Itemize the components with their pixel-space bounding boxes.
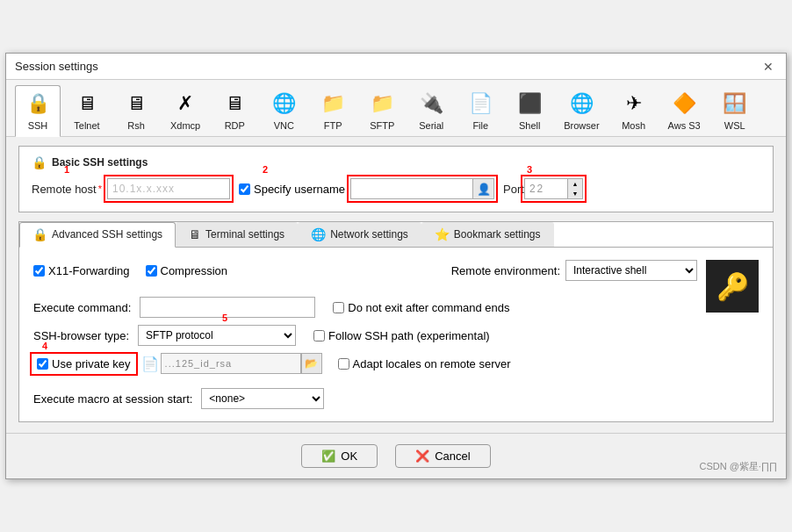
toolbar-item-shell[interactable]: ⬛Shell xyxy=(507,85,552,136)
toolbar-item-ssh[interactable]: 🔒SSH xyxy=(15,85,61,137)
shell-label: Shell xyxy=(519,120,540,131)
ssh-label: SSH xyxy=(28,120,48,131)
browser-icon: 🌐 xyxy=(567,90,595,118)
close-button[interactable]: ✕ xyxy=(760,61,777,73)
toolbar-item-xdmcp[interactable]: ✗Xdmcp xyxy=(162,85,208,136)
tabs-row: 🔒 Advanced SSH settings 🖥 Terminal setti… xyxy=(19,222,773,248)
badge3: 3 xyxy=(527,164,532,175)
use-private-key-checkbox[interactable] xyxy=(37,358,48,370)
mosh-icon: ✈ xyxy=(620,90,648,118)
advanced-tab-icon: 🔒 xyxy=(32,227,47,241)
footer: ✅ OK ❌ Cancel xyxy=(6,433,786,478)
bookmark-tab-icon: ⭐ xyxy=(435,227,450,241)
specify-username-checkbox[interactable] xyxy=(239,183,250,195)
toolbar-item-rsh[interactable]: 🖥Rsh xyxy=(113,85,159,136)
private-key-path-group: 📄 📂 xyxy=(141,353,322,374)
session-settings-window: Session settings ✕ 🔒SSH🖥Telnet🖥Rsh✗Xdmcp… xyxy=(5,53,787,479)
compression-label[interactable]: Compression xyxy=(146,264,228,277)
ssh-icon: 🔒 xyxy=(24,90,52,118)
advanced-ssh-section: 🔒 Advanced SSH settings 🖥 Terminal setti… xyxy=(18,221,774,422)
username-input[interactable] xyxy=(350,178,473,199)
compression-checkbox[interactable] xyxy=(146,265,157,277)
toolbar-item-awss3[interactable]: 🔶Aws S3 xyxy=(660,85,709,136)
adv-row-4: 4 Use private key 📄 📂 xyxy=(33,353,697,374)
adv-left: X11-Forwarding Compression Remote enviro… xyxy=(33,260,697,409)
toolbar-item-wsl[interactable]: 🪟WSL xyxy=(712,85,758,136)
cancel-button[interactable]: ❌ Cancel xyxy=(395,444,490,468)
ftp-label: FTP xyxy=(324,120,342,131)
adv-row-3: SSH-browser type: SFTP protocol SCP prot… xyxy=(33,325,697,346)
remote-environment-select[interactable]: Interactive shell None Custom xyxy=(565,260,697,281)
toolbar: 🔒SSH🖥Telnet🖥Rsh✗Xdmcp🖥RDP🌐VNC📁FTP📁SFTP🔌S… xyxy=(6,80,786,137)
port-group: 3 Port ▲ ▼ xyxy=(503,178,583,199)
toolbar-item-vnc[interactable]: 🌐VNC xyxy=(261,85,306,136)
port-input-wrapper: ▲ ▼ xyxy=(524,178,583,199)
specify-username-checkbox-label[interactable]: Specify username xyxy=(239,183,345,196)
port-up-btn[interactable]: ▲ xyxy=(568,179,582,189)
follow-ssh-path-checkbox[interactable] xyxy=(313,330,325,341)
toolbar-item-rdp[interactable]: 🖥RDP xyxy=(212,85,257,136)
ok-icon: ✅ xyxy=(321,449,335,463)
username-input-group: 👤 xyxy=(350,178,494,199)
terminal-tab-icon: 🖥 xyxy=(189,227,201,241)
tab-terminal[interactable]: 🖥 Terminal settings xyxy=(176,222,298,247)
telnet-icon: 🖥 xyxy=(73,90,101,118)
execute-macro-select[interactable]: <none> xyxy=(201,388,324,409)
remote-host-input[interactable] xyxy=(107,178,230,199)
ssh-browser-type-select[interactable]: SFTP protocol SCP protocol None xyxy=(138,325,296,346)
do-not-exit-checkbox[interactable] xyxy=(333,302,344,313)
window-title: Session settings xyxy=(15,60,98,73)
toolbar-item-browser[interactable]: 🌐Browser xyxy=(556,85,607,136)
toolbar-item-telnet[interactable]: 🖥Telnet xyxy=(64,85,110,136)
vnc-icon: 🌐 xyxy=(270,90,298,118)
rdp-icon: 🖥 xyxy=(220,90,248,118)
execute-command-input[interactable] xyxy=(140,297,315,318)
main-content: 🔒 Basic SSH settings 1 Remote host * 2 S… xyxy=(6,137,786,433)
adv-main-columns: X11-Forwarding Compression Remote enviro… xyxy=(33,260,759,409)
port-down-btn[interactable]: ▼ xyxy=(568,189,582,198)
do-not-exit-label[interactable]: Do not exit after command ends xyxy=(333,301,509,314)
adapt-locales-label[interactable]: Adapt locales on remote server xyxy=(338,357,511,370)
rsh-label: Rsh xyxy=(127,120,145,131)
badge4: 4 xyxy=(42,341,47,351)
basic-ssh-section: 🔒 Basic SSH settings 1 Remote host * 2 S… xyxy=(18,146,774,212)
xdmcp-icon: ✗ xyxy=(171,90,199,118)
mosh-label: Mosh xyxy=(622,120,645,131)
toolbar-item-serial[interactable]: 🔌Serial xyxy=(408,85,454,136)
toolbar-item-ftp[interactable]: 📁FTP xyxy=(310,85,356,136)
private-key-browse-btn[interactable]: 📂 xyxy=(301,353,322,374)
tab-bookmark[interactable]: ⭐ Bookmark settings xyxy=(421,222,554,247)
port-input[interactable] xyxy=(524,178,568,199)
badge1: 1 xyxy=(64,164,69,175)
key-file-icon: 📄 xyxy=(141,356,159,372)
toolbar-item-mosh[interactable]: ✈Mosh xyxy=(611,85,657,136)
adapt-locales-checkbox[interactable] xyxy=(338,358,349,370)
tab-advanced[interactable]: 🔒 Advanced SSH settings xyxy=(19,222,176,248)
follow-ssh-path-label[interactable]: Follow SSH path (experimental) xyxy=(313,329,490,342)
adv-row-2: Execute command: Do not exit after comma… xyxy=(33,297,697,318)
badge2: 2 xyxy=(263,164,268,175)
badge5: 5 xyxy=(222,313,227,323)
key-icon-area: 🔑 xyxy=(706,260,759,409)
ok-button[interactable]: ✅ OK xyxy=(301,444,378,468)
toolbar-item-file[interactable]: 📄File xyxy=(457,85,503,136)
remote-host-group: 1 Remote host * xyxy=(32,178,230,199)
username-browse-btn[interactable]: 👤 xyxy=(473,178,494,199)
file-icon: 📄 xyxy=(466,90,494,118)
serial-label: Serial xyxy=(419,120,443,131)
tab-network[interactable]: 🌐 Network settings xyxy=(298,222,421,247)
remote-host-label: Remote host xyxy=(32,183,97,196)
x11-forwarding-label[interactable]: X11-Forwarding xyxy=(33,264,130,277)
cancel-icon: ❌ xyxy=(415,449,429,463)
key-icon: 🔑 xyxy=(716,271,749,302)
awss3-label: Aws S3 xyxy=(668,120,701,131)
shell-icon: ⬛ xyxy=(515,90,544,118)
use-private-key-label[interactable]: Use private key xyxy=(33,356,134,372)
port-label: Port xyxy=(503,183,524,196)
toolbar-item-sftp[interactable]: 📁SFTP xyxy=(359,85,405,136)
rdp-label: RDP xyxy=(225,120,245,131)
private-key-path-input[interactable] xyxy=(161,353,301,374)
basic-ssh-row: 1 Remote host * 2 Specify username 👤 xyxy=(32,178,760,199)
x11-forwarding-checkbox[interactable] xyxy=(33,265,45,277)
network-tab-icon: 🌐 xyxy=(311,227,326,241)
